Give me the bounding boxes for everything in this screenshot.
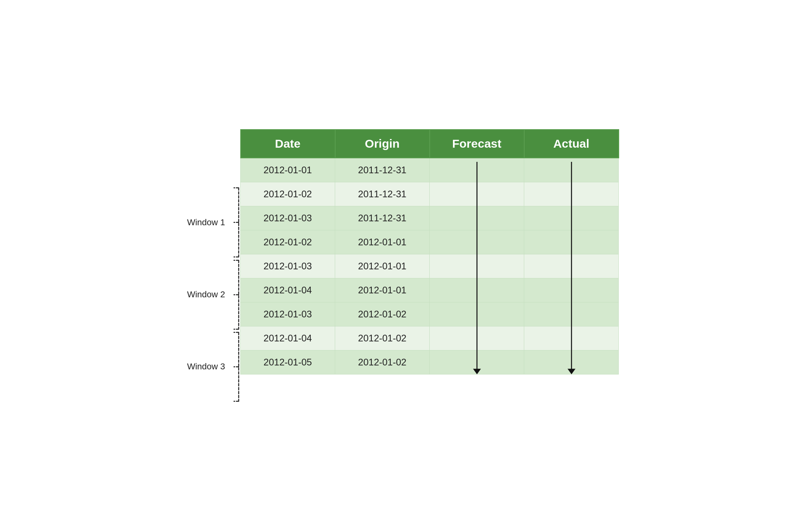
- header-actual: Actual: [524, 130, 619, 158]
- cell-actual: [524, 254, 619, 278]
- cell-origin: 2011-12-31: [335, 182, 430, 206]
- table-row: 2012-01-052012-01-02: [241, 350, 619, 374]
- window-bracket-icon: [228, 186, 240, 259]
- cell-date: 2012-01-03: [241, 254, 335, 278]
- header-forecast: Forecast: [430, 130, 524, 158]
- cell-origin: 2012-01-01: [335, 254, 430, 278]
- cell-forecast: [430, 326, 524, 350]
- table-row: 2012-01-012011-12-31: [241, 158, 619, 182]
- cell-actual: [524, 206, 619, 230]
- cell-forecast: [430, 206, 524, 230]
- table-row: 2012-01-042012-01-01: [241, 278, 619, 302]
- table-row: 2012-01-022011-12-31: [241, 182, 619, 206]
- cell-actual: [524, 158, 619, 182]
- cell-actual: [524, 278, 619, 302]
- cell-date: 2012-01-02: [241, 230, 335, 254]
- cell-date: 2012-01-03: [241, 206, 335, 230]
- cell-origin: 2012-01-02: [335, 350, 430, 374]
- cell-actual: [524, 182, 619, 206]
- cell-actual: [524, 302, 619, 326]
- table-row: 2012-01-032012-01-01: [241, 254, 619, 278]
- window-group: Window 2: [187, 259, 240, 331]
- window-labels-column: Window 1Window 2Window 3: [177, 158, 240, 403]
- window-group: Window 1: [187, 186, 240, 259]
- cell-forecast: [430, 230, 524, 254]
- table-body: 2012-01-012011-12-312012-01-022011-12-31…: [241, 158, 619, 374]
- cell-origin: 2012-01-02: [335, 326, 430, 350]
- forecast-table: Date Origin Forecast Actual 2012-01-0120…: [240, 129, 619, 374]
- window-group: Window 3: [187, 331, 240, 403]
- table-row: 2012-01-032012-01-02: [241, 302, 619, 326]
- cell-forecast: [430, 350, 524, 374]
- cell-forecast: [430, 302, 524, 326]
- cell-origin: 2012-01-01: [335, 278, 430, 302]
- cell-actual: [524, 350, 619, 374]
- cell-date: 2012-01-02: [241, 182, 335, 206]
- cell-origin: 2011-12-31: [335, 206, 430, 230]
- window-label: Window 3: [187, 361, 225, 372]
- cell-date: 2012-01-04: [241, 326, 335, 350]
- table-wrapper: Date Origin Forecast Actual 2012-01-0120…: [240, 129, 619, 374]
- window-label: Window 2: [187, 289, 225, 300]
- cell-origin: 2012-01-01: [335, 230, 430, 254]
- cell-forecast: [430, 182, 524, 206]
- cell-forecast: [430, 254, 524, 278]
- cell-date: 2012-01-04: [241, 278, 335, 302]
- header-origin: Origin: [335, 130, 430, 158]
- window-bracket-icon: [228, 259, 240, 331]
- cell-origin: 2012-01-02: [335, 302, 430, 326]
- window-bracket-icon: [228, 331, 240, 403]
- table-row: 2012-01-022012-01-01: [241, 230, 619, 254]
- cell-date: 2012-01-01: [241, 158, 335, 182]
- table-header: Date Origin Forecast Actual: [241, 130, 619, 158]
- cell-actual: [524, 326, 619, 350]
- cell-date: 2012-01-05: [241, 350, 335, 374]
- window-label: Window 1: [187, 217, 225, 228]
- table-row: 2012-01-032011-12-31: [241, 206, 619, 230]
- cell-forecast: [430, 278, 524, 302]
- cell-forecast: [430, 158, 524, 182]
- cell-origin: 2011-12-31: [335, 158, 430, 182]
- cell-date: 2012-01-03: [241, 302, 335, 326]
- main-container: Window 1Window 2Window 3 Date Origin For…: [177, 129, 619, 403]
- cell-actual: [524, 230, 619, 254]
- table-row: 2012-01-042012-01-02: [241, 326, 619, 350]
- header-date: Date: [241, 130, 335, 158]
